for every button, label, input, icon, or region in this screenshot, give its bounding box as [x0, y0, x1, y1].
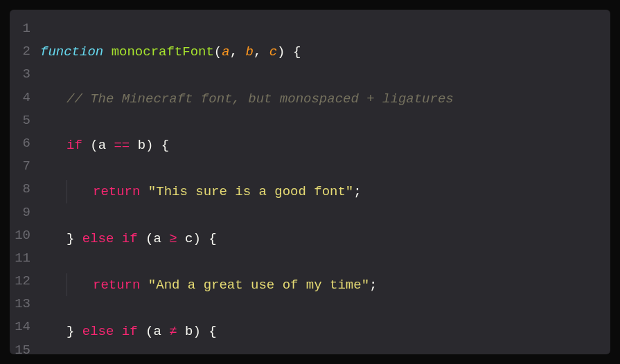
code-editor: 1 2 3 4 5 6 7 8 9 10 11 12 13 14 15 func…	[10, 10, 610, 354]
operator-eq: ==	[114, 138, 130, 153]
line-number: 11	[10, 246, 30, 269]
line-number: 4	[10, 86, 30, 109]
string-literal: "This sure is a good font"	[148, 184, 353, 199]
line-number: 8	[10, 177, 30, 200]
operator-gte: ≥	[169, 231, 177, 246]
code-line: function monocraftFont(a, b, c) {	[40, 40, 610, 63]
line-number-gutter: 1 2 3 4 5 6 7 8 9 10 11 12 13 14 15	[10, 17, 40, 347]
line-number: 7	[10, 154, 30, 177]
line-number: 14	[10, 315, 30, 338]
code-line: } else if (a ≥ c) {	[40, 227, 610, 250]
param: c	[269, 44, 277, 60]
function-name: monocraftFont	[112, 44, 214, 60]
keyword-function: function	[40, 44, 103, 60]
code-line: return "And a great use of my time";	[40, 273, 610, 296]
line-number: 15	[10, 338, 30, 361]
code-line: if (a == b) {	[40, 134, 610, 156]
line-number: 1	[10, 17, 30, 39]
keyword-if: if	[67, 138, 82, 153]
line-number: 6	[10, 131, 30, 154]
line-number: 10	[10, 224, 30, 246]
code-line: // The Minecraft font, but monospaced + …	[40, 87, 610, 110]
code-line: return "This sure is a good font";	[40, 180, 610, 203]
keyword-if: if	[122, 231, 138, 246]
line-number: 13	[10, 292, 30, 315]
operator-neq: ≠	[169, 324, 177, 339]
code-line: } else if (a ≠ b) {	[40, 320, 610, 343]
line-number: 3	[10, 62, 30, 85]
line-number: 9	[10, 201, 30, 224]
line-number: 2	[10, 39, 30, 62]
keyword-else: else	[82, 324, 114, 339]
param: a	[222, 44, 229, 60]
string-literal: "And a great use of my time"	[148, 277, 369, 293]
comment: // The Minecraft font, but monospaced + …	[67, 91, 454, 107]
keyword-return: return	[93, 277, 140, 293]
keyword-return: return	[93, 184, 140, 199]
line-number: 5	[10, 109, 30, 131]
code-content[interactable]: function monocraftFont(a, b, c) { // The…	[40, 17, 610, 347]
param: b	[245, 44, 253, 60]
keyword-if: if	[122, 324, 138, 339]
keyword-else: else	[82, 231, 114, 246]
line-number: 12	[10, 269, 30, 292]
